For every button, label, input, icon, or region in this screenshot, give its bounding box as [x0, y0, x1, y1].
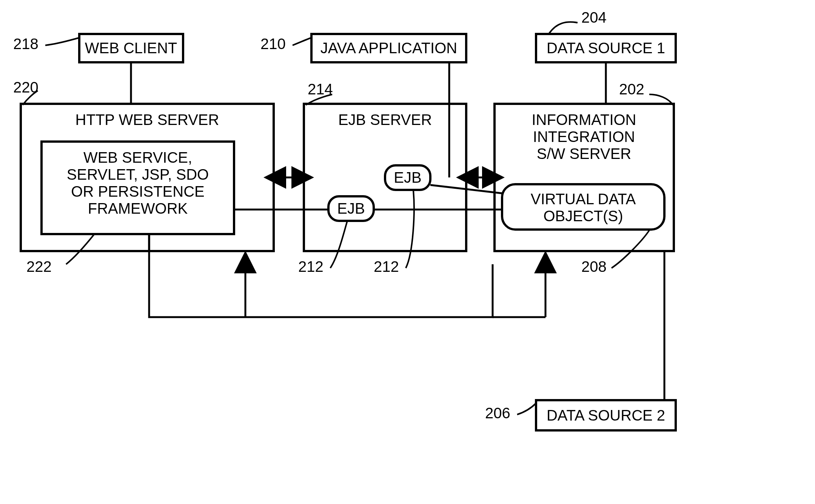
ref-222: 222	[26, 258, 52, 275]
ref-208: 208	[581, 258, 607, 275]
ref-212a: 212	[298, 258, 324, 275]
ejb-pill-2-label: EJB	[394, 169, 421, 186]
ejb-server-label: EJB SERVER	[338, 111, 432, 128]
ref-214: 214	[308, 81, 333, 97]
architecture-diagram: WEB CLIENT JAVA APPLICATION DATA SOURCE …	[0, 0, 815, 504]
http-web-server-label: HTTP WEB SERVER	[75, 111, 219, 128]
ref-220: 220	[13, 79, 39, 96]
java-application-label: JAVA APPLICATION	[320, 40, 457, 56]
ws-label-3: OR PERSISTENCE	[71, 183, 204, 200]
ref-212b: 212	[374, 258, 399, 275]
leader-210	[293, 38, 311, 45]
leader-206	[517, 403, 536, 415]
ref-202: 202	[619, 81, 644, 97]
vdo-label-1: VIRTUAL DATA	[531, 191, 636, 207]
iis-label-3: S/W SERVER	[537, 145, 631, 162]
ws-label-2: SERVLET, JSP, SDO	[67, 166, 209, 183]
ws-label-4: FRAMEWORK	[88, 200, 188, 217]
web-client-label: WEB CLIENT	[85, 40, 177, 56]
ws-label-1: WEB SERVICE,	[83, 149, 192, 166]
ref-210: 210	[260, 35, 286, 52]
leader-218	[45, 38, 79, 45]
ejb-pill-1-label: EJB	[337, 200, 365, 217]
ref-206: 206	[485, 405, 510, 421]
vdo-label-2: OBJECT(S)	[543, 208, 623, 224]
ref-218: 218	[13, 35, 39, 52]
ref-204: 204	[581, 9, 607, 26]
iis-label-1: INFORMATION	[532, 111, 636, 128]
leader-204	[549, 22, 578, 33]
iis-label-2: INTEGRATION	[533, 128, 635, 145]
data-source-2-label: DATA SOURCE 2	[547, 407, 665, 424]
data-source-1-label: DATA SOURCE 1	[547, 40, 665, 56]
